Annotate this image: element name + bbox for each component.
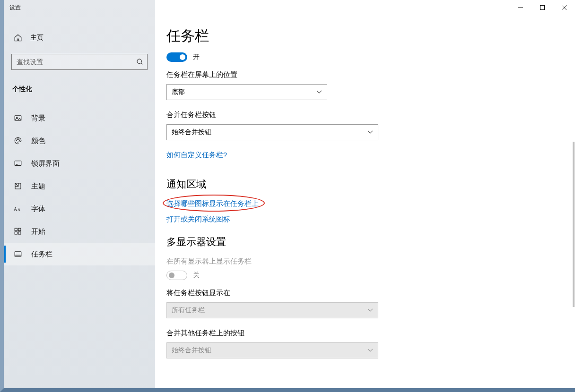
maximize-button[interactable] <box>531 0 553 15</box>
toggle-main[interactable] <box>166 52 187 62</box>
svg-text:A: A <box>14 206 17 212</box>
svg-line-1 <box>141 63 142 64</box>
chevron-down-icon <box>367 308 373 312</box>
svg-text:A: A <box>17 207 20 212</box>
nav-label: 开始 <box>31 227 45 236</box>
nav-item-fonts[interactable]: AA 字体 <box>4 197 155 220</box>
content-scroll[interactable]: 任务栏 开 任务栏在屏幕上的位置 底部 合并任务栏按钮 始终合并按钮 <box>155 15 575 388</box>
chevron-down-icon <box>367 349 373 352</box>
svg-point-0 <box>137 59 141 63</box>
nav-label: 颜色 <box>31 136 45 145</box>
nav-label: 主题 <box>31 182 45 191</box>
lockscreen-icon <box>13 159 23 168</box>
nav-item-background[interactable]: 背景 <box>4 107 155 129</box>
multi-toggle <box>166 271 187 280</box>
palette-icon <box>13 136 23 145</box>
nav-list: 背景 颜色 锁屏界面 主题 <box>4 107 155 265</box>
svg-rect-2 <box>15 116 21 121</box>
picture-icon <box>13 113 23 123</box>
window-controls <box>510 0 575 15</box>
nav-item-lockscreen[interactable]: 锁屏界面 <box>4 152 155 175</box>
position-label: 任务栏在屏幕上的位置 <box>166 70 526 79</box>
home-label: 主页 <box>30 34 44 42</box>
system-icons-link[interactable]: 打开或关闭系统图标 <box>166 215 526 224</box>
search-icon <box>136 58 144 66</box>
search-input[interactable] <box>11 54 148 70</box>
window-title: 设置 <box>4 0 155 15</box>
main-panel: 任务栏 开 任务栏在屏幕上的位置 底部 合并任务栏按钮 始终合并按钮 <box>155 0 575 388</box>
multi-show-label: 在所有显示器上显示任务栏 <box>166 257 526 266</box>
svg-point-5 <box>17 139 18 140</box>
themes-icon <box>13 181 23 191</box>
settings-window: 设置 主页 个性化 背景 <box>0 0 575 392</box>
multi-combine-value: 始终合并按钮 <box>172 346 211 355</box>
multi-combine-label: 合并其他任务栏上的按钮 <box>166 329 526 338</box>
taskbar-icon <box>13 249 23 259</box>
toggle-row-main: 开 <box>166 52 526 62</box>
svg-rect-8 <box>15 161 21 166</box>
svg-rect-16 <box>18 232 21 234</box>
nav-item-start[interactable]: 开始 <box>4 220 155 243</box>
combine-select[interactable]: 始终合并按钮 <box>166 124 378 140</box>
combine-value: 始终合并按钮 <box>172 128 211 136</box>
nav-item-colors[interactable]: 颜色 <box>4 129 155 152</box>
svg-rect-13 <box>15 228 17 230</box>
home-button[interactable]: 主页 <box>4 26 155 49</box>
nav-label: 锁屏界面 <box>31 159 60 168</box>
multi-buttons-label: 将任务栏按钮显示在 <box>166 289 526 298</box>
multi-toggle-state: 关 <box>193 271 200 280</box>
nav-label: 字体 <box>31 205 45 213</box>
content: 任务栏 开 任务栏在屏幕上的位置 底部 合并任务栏按钮 始终合并按钮 <box>166 26 526 358</box>
nav-item-themes[interactable]: 主题 <box>4 175 155 197</box>
multi-combine-select: 始终合并按钮 <box>166 342 378 358</box>
close-button[interactable] <box>553 0 575 15</box>
category-label: 个性化 <box>4 72 155 98</box>
position-select[interactable]: 底部 <box>166 84 327 100</box>
start-icon <box>13 227 23 236</box>
svg-point-7 <box>19 140 20 141</box>
svg-rect-20 <box>540 6 545 10</box>
chevron-down-icon <box>367 130 373 134</box>
chevron-down-icon <box>316 90 322 94</box>
home-icon <box>13 33 23 43</box>
minimize-button[interactable] <box>510 0 531 15</box>
toggle-main-state: 开 <box>193 53 200 61</box>
search-wrap <box>11 54 148 70</box>
nav-item-taskbar[interactable]: 任务栏 <box>4 243 155 265</box>
section-multi-heading: 多显示器设置 <box>166 235 526 248</box>
svg-point-6 <box>18 139 19 140</box>
select-icons-link[interactable]: 选择哪些图标显示在任务栏上 <box>166 199 526 208</box>
combine-label: 合并任务栏按钮 <box>166 111 526 119</box>
svg-rect-15 <box>15 232 17 234</box>
svg-rect-14 <box>18 228 21 230</box>
position-value: 底部 <box>172 88 185 96</box>
sidebar: 设置 主页 个性化 背景 <box>4 0 155 388</box>
section-notification-heading: 通知区域 <box>166 178 526 191</box>
svg-point-4 <box>16 140 17 141</box>
nav-label: 任务栏 <box>31 250 52 259</box>
scrollbar-thumb[interactable] <box>573 142 575 307</box>
multi-buttons-select: 所有任务栏 <box>166 302 378 318</box>
customize-link[interactable]: 如何自定义任务栏? <box>166 151 227 160</box>
multi-toggle-row: 关 <box>166 271 526 280</box>
svg-rect-17 <box>15 252 21 257</box>
fonts-icon: AA <box>13 204 23 213</box>
page-title: 任务栏 <box>166 26 526 46</box>
svg-rect-9 <box>16 164 18 165</box>
multi-buttons-value: 所有任务栏 <box>172 306 205 315</box>
nav-label: 背景 <box>31 114 45 123</box>
